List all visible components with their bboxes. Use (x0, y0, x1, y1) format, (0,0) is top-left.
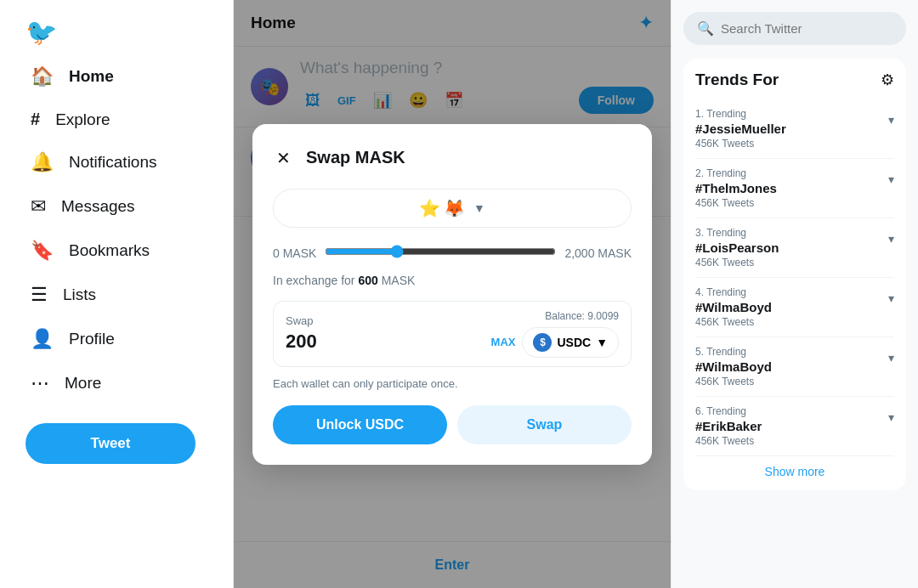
trend-rank: 1. Trending (695, 108, 786, 120)
token-label: USDC (557, 336, 591, 349)
trends-header: Trends For ⚙ (695, 71, 894, 89)
modal-overlay[interactable]: ✕ Swap MASK ⭐ 🦊 ▼ 0 MASK 2,000 MASK In e… (234, 0, 671, 588)
trend-item-5[interactable]: 5. Trending #WilmaBoyd 456K Tweets ▾ (695, 337, 894, 397)
slider-row: 0 MASK 2,000 MASK (273, 245, 632, 262)
sidebar-item-label: Home (69, 67, 114, 86)
swap-field-label: Swap (286, 314, 491, 327)
trend-tag: #JessieMueller (695, 122, 786, 136)
sidebar-item-more[interactable]: ⋯ More (17, 362, 216, 404)
sidebar-item-label: Profile (69, 330, 115, 348)
trend-tag: #LoisPearson (695, 240, 779, 255)
trend-info: 6. Trending #ErikBaker 456K Tweets (695, 405, 762, 447)
participate-note: Each wallet can only participate once. (273, 377, 632, 390)
right-sidebar: 🔍 Trends For ⚙ 1. Trending #JessieMuelle… (672, 0, 918, 588)
mail-icon: ✉ (31, 195, 46, 218)
trend-item-2[interactable]: 2. Trending #ThelmJones 456K Tweets ▾ (695, 159, 894, 218)
balance-display: Balance: 9.0099 (545, 310, 619, 322)
trend-item-4[interactable]: 4. Trending #WilmaBoyd 456K Tweets ▾ (695, 278, 894, 337)
sidebar-item-label: Lists (63, 286, 96, 304)
usdc-icon: $ (533, 333, 552, 352)
sidebar-item-label: Explore (55, 110, 110, 129)
sidebar-item-bookmarks[interactable]: 🔖 Bookmarks (17, 229, 216, 272)
search-bar[interactable]: 🔍 (683, 12, 906, 45)
sidebar-item-lists[interactable]: ☰ Lists (17, 274, 216, 316)
swap-right-controls: Balance: 9.0099 MAX $ USDC ▼ (491, 310, 619, 358)
trend-rank: 3. Trending (695, 227, 779, 239)
sidebar-item-explore[interactable]: # Explore (17, 99, 216, 139)
chevron-down-icon: ▾ (888, 172, 894, 186)
sidebar-item-label: More (65, 374, 101, 393)
user-icon: 👤 (31, 328, 54, 350)
modal-header: ✕ Swap MASK (273, 144, 632, 172)
slider-min-label: 0 MASK (273, 246, 316, 260)
main-content: Home ✦ 🎭 What's happening ? 🖼 GIF 📊 😀 📅 … (234, 0, 672, 588)
token-icons: ⭐ 🦊 (419, 198, 465, 218)
list-icon: ☰ (31, 284, 48, 306)
trend-rank: 5. Trending (695, 346, 772, 358)
mask-slider[interactable] (325, 245, 556, 258)
gear-icon[interactable]: ⚙ (881, 71, 894, 89)
trend-count: 456K Tweets (695, 138, 786, 150)
bell-icon: 🔔 (31, 151, 54, 173)
sidebar-item-profile[interactable]: 👤 Profile (17, 318, 216, 360)
chevron-down-icon: ▾ (888, 410, 894, 424)
trend-count: 456K Tweets (695, 197, 777, 209)
modal-buttons: Unlock USDC Swap (273, 405, 632, 444)
explore-icon: # (31, 110, 40, 129)
tweet-button[interactable]: Tweet (26, 423, 196, 464)
token-selector[interactable]: ⭐ 🦊 ▼ (273, 189, 632, 228)
sidebar-item-label: Notifications (69, 153, 157, 172)
trends-title: Trends For (695, 71, 779, 89)
exchange-row: In exchange for 600 MASK (273, 274, 632, 287)
trend-tag: #ErikBaker (695, 419, 762, 433)
chevron-down-icon: ▾ (888, 351, 894, 365)
chevron-down-icon: ▾ (888, 291, 894, 305)
exchange-amount: 600 (358, 274, 381, 287)
swap-amount-input[interactable] (286, 331, 491, 353)
trend-count: 456K Tweets (695, 435, 762, 447)
exchange-label: In exchange for (273, 274, 355, 287)
slider-container (325, 245, 556, 262)
sidebar-item-messages[interactable]: ✉ Messages (17, 185, 216, 228)
trend-tag: #WilmaBoyd (695, 300, 772, 314)
trend-count: 456K Tweets (695, 316, 772, 328)
unlock-button[interactable]: Unlock USDC (273, 405, 447, 444)
token-badge[interactable]: $ USDC ▼ (522, 327, 619, 358)
search-input[interactable] (721, 21, 892, 36)
exchange-unit: MASK (382, 274, 416, 287)
trend-item-6[interactable]: 6. Trending #ErikBaker 456K Tweets ▾ (695, 397, 894, 456)
swap-modal: ✕ Swap MASK ⭐ 🦊 ▼ 0 MASK 2,000 MASK In e… (252, 124, 652, 465)
bookmark-icon: 🔖 (31, 240, 54, 262)
trend-info: 3. Trending #LoisPearson 456K Tweets (695, 227, 779, 269)
trend-count: 456K Tweets (695, 376, 772, 387)
slider-max-label: 2,000 MASK (564, 246, 632, 260)
chevron-down-icon: ▾ (888, 232, 894, 246)
trend-rank: 6. Trending (695, 405, 762, 417)
close-button[interactable]: ✕ (273, 144, 294, 172)
show-more-link[interactable]: Show more (695, 456, 894, 478)
twitter-logo: 🐦 (26, 17, 57, 47)
trend-info: 1. Trending #JessieMueller 456K Tweets (695, 108, 786, 150)
trend-tag: #ThelmJones (695, 181, 777, 195)
trend-rank: 4. Trending (695, 286, 772, 298)
sidebar: 🐦 🏠 Home # Explore 🔔 Notifications ✉ Mes… (0, 0, 234, 588)
trend-item-3[interactable]: 3. Trending #LoisPearson 456K Tweets ▾ (695, 218, 894, 278)
chevron-down-icon: ▼ (473, 201, 485, 215)
swap-confirm-button[interactable]: Swap (457, 405, 632, 444)
trends-box: Trends For ⚙ 1. Trending #JessieMueller … (683, 59, 906, 490)
token-icon-left: ⭐ (419, 198, 440, 218)
trend-item-1[interactable]: 1. Trending #JessieMueller 456K Tweets ▾ (695, 99, 894, 159)
token-chevron-icon: ▼ (596, 336, 608, 349)
swap-input-row: Swap Balance: 9.0099 MAX $ USDC ▼ (273, 301, 632, 367)
sidebar-item-home[interactable]: 🏠 Home (17, 55, 216, 98)
chevron-down-icon: ▾ (888, 113, 894, 127)
sidebar-item-notifications[interactable]: 🔔 Notifications (17, 141, 216, 184)
max-button[interactable]: MAX (491, 336, 516, 348)
trend-tag: #WilmaBoyd (695, 359, 772, 374)
more-icon: ⋯ (31, 372, 49, 394)
search-icon: 🔍 (697, 20, 714, 37)
trend-info: 2. Trending #ThelmJones 456K Tweets (695, 167, 777, 209)
modal-title: Swap MASK (306, 148, 405, 167)
token-icon-right: 🦊 (444, 198, 465, 218)
trend-info: 5. Trending #WilmaBoyd 456K Tweets (695, 346, 772, 387)
